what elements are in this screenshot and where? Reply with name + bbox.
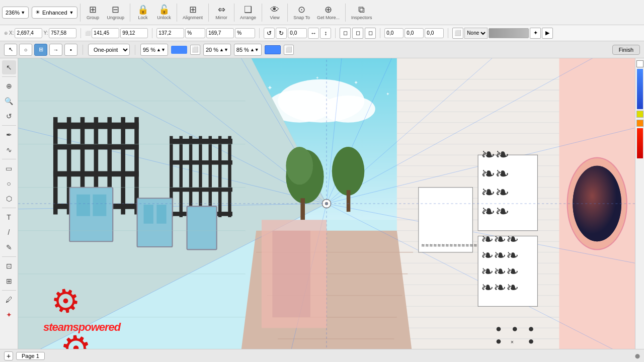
yellow-swatch[interactable] [636,111,643,118]
persp-grid-tool[interactable]: ⊞ [34,44,47,56]
color-picker-blue[interactable] [171,46,187,54]
ellipse-tool[interactable]: ○ [2,176,16,191]
add-page-button[interactable]: + [4,351,13,360]
zoom-arrow: ▼ [21,10,25,15]
flip-v-button[interactable]: ↕ [320,28,331,39]
persp-arrow-tool[interactable]: → [49,44,62,56]
zoom-box[interactable]: 236% ▼ [2,7,29,19]
svg-text:❧❧: ❧❧ [480,202,509,221]
opacity-slider[interactable] [489,28,529,38]
tool-divider [2,76,16,77]
artwork-svg: ✦ ✦ ✦ ✦ ✦ [18,58,635,349]
persp-select-tool[interactable]: ↖ [4,44,17,56]
snap-to-button[interactable]: ⊙ Snap To [290,4,313,21]
actions-button[interactable]: ▶ [542,28,553,39]
white-swatch[interactable] [636,60,643,67]
style-group: ⬜ None ✦ ▶ [452,28,553,39]
scale-w-input[interactable] [156,28,184,38]
view-mode-button[interactable]: ☀ Enhanced ▼ [32,7,77,19]
corner-square-button[interactable]: ◻ [340,28,351,39]
finish-button[interactable]: Finish [612,45,640,55]
perspective-tool[interactable]: ✦ [2,308,16,322]
mirror-button[interactable]: ⇔ Mirror [211,4,231,21]
bezier-tool[interactable]: ∿ [2,143,16,157]
canvas-area[interactable]: ✦ ✦ ✦ ✦ ✦ [18,58,635,349]
lock-button[interactable]: 🔒 Lock [133,4,153,21]
rotate-ccw-button[interactable]: ↺ [264,28,275,39]
divider4 [208,4,209,22]
corner-round-button[interactable]: ◻ [352,28,363,39]
blue-gradient-bar[interactable] [637,69,643,109]
alignment-button[interactable]: ⊞ Alignment [180,4,206,21]
divider-t2-3 [259,28,260,38]
arrange-button[interactable]: ❑ Arrange [237,4,259,21]
polygon-tool[interactable]: ⬡ [2,192,16,206]
svg-point-65 [332,147,365,196]
color-panel [635,58,644,349]
properties-toolbar: ⊕ X: Y: ⬜ ↺ ↻ ↔ ↕ ◻ ◻ ◻ ⬜ None [0,25,644,41]
zoom-tool[interactable]: 🔍 [2,94,16,108]
fill-val3[interactable] [425,28,444,38]
bottom-page-indicator: ⬤ [635,353,640,358]
get-more-button[interactable]: ⊕ Get More... [314,4,343,21]
transform-tool[interactable]: ⊕ [2,79,16,93]
eyedropper-tool[interactable]: 🖊 [2,293,16,307]
ungroup-button[interactable]: ⊟ Ungroup [104,4,128,21]
flip-h-button[interactable]: ↔ [308,28,319,39]
fill-val2[interactable] [405,28,424,38]
stroke-none-button[interactable]: ⬜ [452,28,463,39]
unlock-button[interactable]: 🔓 Unlock [154,4,174,21]
grid-opacity-display: 20 % ▲▼ [203,44,231,56]
svg-rect-82 [199,136,202,217]
pct-w-input[interactable] [185,28,205,38]
select-tool[interactable]: ↖ [2,60,16,74]
fill-val1[interactable] [384,28,404,38]
style-select[interactable]: None [464,28,488,39]
text-tool[interactable]: T [2,210,16,224]
brush-tool[interactable]: ✎ [2,240,16,254]
rectangle-tool[interactable]: ▭ [2,161,16,175]
svg-text:❧❧❧: ❧❧❧ [480,263,518,280]
rotate-group: ↺ ↻ ↔ ↕ [264,28,331,39]
svg-point-118 [513,327,517,331]
y-input[interactable] [49,28,76,38]
width-input[interactable] [92,28,119,38]
scale-h-input[interactable] [206,28,234,38]
x-input[interactable] [15,28,42,38]
page1-tab[interactable]: Page 1 [16,352,45,360]
rotate-cw-button[interactable]: ↻ [276,28,287,39]
blend-options[interactable]: ⬜ [284,45,294,55]
line-tool[interactable]: / [2,225,16,239]
enhanced-arrow: ▼ [69,10,74,15]
group-button[interactable]: ⊞ Group [83,4,103,21]
pct-h-input[interactable] [235,28,255,38]
blend-color-box[interactable] [265,45,281,54]
crop-tool[interactable]: ⊡ [2,259,16,273]
color-fill-picker[interactable]: ⬜ [190,45,200,55]
corner-bevel-button[interactable]: ◻ [365,28,376,39]
grid-edit-tool[interactable]: ⊞ [2,274,16,288]
svg-text:×: × [511,339,514,345]
svg-rect-96 [187,206,217,249]
height-input[interactable] [120,28,148,38]
divider3 [177,4,177,22]
perspective-type-select[interactable]: One-point [88,44,130,56]
opacity-val: 95 % [143,47,155,53]
svg-rect-73 [121,117,125,215]
rotate-view-tool[interactable]: ↺ [2,109,16,123]
svg-text:✦: ✦ [354,79,358,85]
orange-swatch[interactable] [636,120,643,127]
svg-rect-95 [156,205,166,224]
persp-dot-tool[interactable]: • [64,44,77,56]
divider5 [234,4,234,22]
pen-tool[interactable]: ✒ [2,128,16,142]
persp-circle-tool[interactable]: ○ [19,44,32,56]
view-button[interactable]: 👁 View [265,4,285,21]
inspectors-button[interactable]: ⧉ Inspectors [348,4,375,21]
opacity-display: 95 % ▲▼ [140,44,168,56]
effects-button[interactable]: ✦ [530,28,541,39]
main-toolbar: 236% ▼ ☀ Enhanced ▼ ⊞ Group ⊟ Ungroup 🔒 … [0,0,644,25]
snap-icon: ⊙ [298,5,305,14]
red-gradient-bar[interactable] [637,128,643,158]
rotate-input[interactable] [288,28,307,38]
